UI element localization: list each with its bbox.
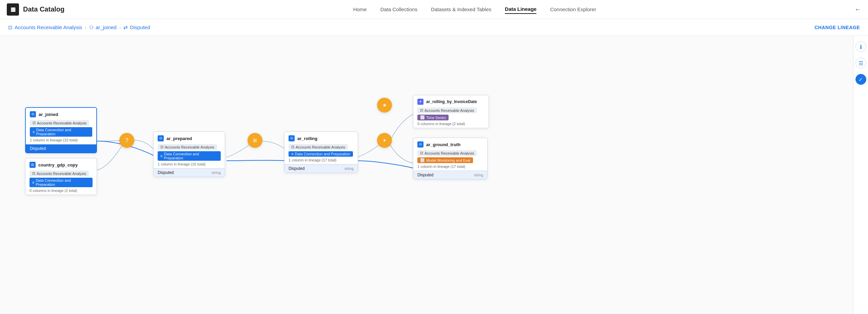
app-title: Data Catalog xyxy=(23,5,64,13)
star-top-icon: ★ xyxy=(382,102,387,108)
nav-home[interactable]: Home xyxy=(353,5,367,14)
change-lineage-button[interactable]: CHANGE LINEAGE xyxy=(814,25,860,30)
node-ar-prepared-icon: ⚇ xyxy=(158,135,164,141)
nav-datasets[interactable]: Datasets & Indexed Tables xyxy=(431,5,491,14)
badge-icon-3: ⊡ xyxy=(32,171,35,176)
badge-icon-12: ⬜ xyxy=(420,158,425,162)
node-country-gdp-badge-1: ⊡ Accounts Receivable Analysis xyxy=(29,171,89,176)
node-country-gdp-title: country_gdp_copy xyxy=(38,162,78,168)
node-country-gdp-meta: 0 columns in lineage (2 total) xyxy=(25,188,97,195)
node-country-gdp-icon: ⊡ xyxy=(29,162,36,168)
logo-icon: ▦ xyxy=(7,3,19,16)
badge-icon-8: ≡ xyxy=(291,152,293,156)
node-ar-rolling-badge-1: ⊡ Accounts Receivable Analysis xyxy=(289,144,348,150)
question-icon: ? xyxy=(125,137,129,144)
node-ar-rolling-meta: 1 column in lineage (17 total) xyxy=(284,157,358,164)
badge-icon-6: ≡ xyxy=(160,154,162,158)
node-ar-joined[interactable]: ⚇ ar_joined ⊡ Accounts Receivable Analys… xyxy=(25,107,97,153)
node-ar-prepared-meta: 1 column in lineage (16 total) xyxy=(154,161,225,168)
breadcrumb-label-2: ar_joined xyxy=(96,24,117,30)
node-ar-prepared-field: Disputed string xyxy=(154,168,225,177)
back-button[interactable]: ← xyxy=(854,5,861,13)
badge-icon-4: ≡ xyxy=(32,180,34,184)
breadcrumb-sep-2: › xyxy=(119,25,121,30)
node-ar-rolling[interactable]: ⚇ ar_rolling ⊡ Accounts Receivable Analy… xyxy=(284,132,358,173)
star-bottom-icon: ✦ xyxy=(382,138,387,143)
node-ar-rolling-by-invoice-badge-1: ⊡ Accounts Receivable Analysis xyxy=(417,107,477,113)
sidebar-info-icon[interactable]: ℹ xyxy=(855,41,866,52)
breadcrumb-ar-joined[interactable]: ⚇ ar_joined xyxy=(89,24,117,31)
connector-star-bottom: ✦ xyxy=(377,133,392,148)
main-nav: Home Data Collections Datasets & Indexed… xyxy=(95,5,854,14)
node-ar-rolling-title: ar_rolling xyxy=(297,136,317,141)
badge-icon-11: ⊡ xyxy=(420,151,423,155)
badge-icon-9: ⊡ xyxy=(420,108,423,113)
node-ar-joined-meta: 1 column in lineage (10 total) xyxy=(26,137,96,144)
node-ar-joined-badge-1: ⊡ Accounts Receivable Analysis xyxy=(30,120,89,126)
barrel-icon: ⊞ xyxy=(253,138,257,143)
node-ar-ground-truth-title: ar_ground_truth xyxy=(426,142,460,147)
node-ar-rolling-header: ⚇ ar_rolling xyxy=(284,132,358,143)
node-ar-rolling-field: Disputed string xyxy=(284,164,358,173)
connector-star-top: ★ xyxy=(377,98,392,113)
node-ar-rolling-by-invoice-header: ✦ ar_rolling_by_InvoiceDate xyxy=(413,95,489,107)
node-ar-rolling-by-invoice-meta: 0 columns in lineage (2 total) xyxy=(413,121,489,128)
breadcrumb-icon-1: ⊡ xyxy=(8,24,13,31)
node-ar-prepared-header: ⚇ ar_prepared xyxy=(154,132,225,143)
node-ar-ground-truth-badge-1: ⊡ Accounts Receivable Analysis xyxy=(417,150,477,156)
breadcrumb-label-1: Accounts Receivable Analysis xyxy=(15,24,82,30)
node-ar-joined-icon: ⚇ xyxy=(30,111,36,117)
sidebar-list-icon[interactable]: ☰ xyxy=(855,58,866,68)
node-country-gdp-header: ⊡ country_gdp_copy xyxy=(25,158,97,170)
right-sidebar: ℹ ☰ ✓ xyxy=(853,36,868,314)
node-ar-ground-truth-header: ⚇ ar_ground_truth xyxy=(413,138,487,150)
node-ar-ground-truth[interactable]: ⚇ ar_ground_truth ⊡ Accounts Receivable … xyxy=(413,138,488,179)
sidebar-check-icon[interactable]: ✓ xyxy=(855,74,866,85)
nav-connection-explorer[interactable]: Connection Explorer xyxy=(550,5,596,14)
node-ar-ground-truth-icon: ⚇ xyxy=(417,141,423,148)
node-ar-rolling-badge-2: ≡ Data Connection and Preparation xyxy=(289,151,353,157)
app-header: ▦ Data Catalog Home Data Collections Dat… xyxy=(0,0,868,19)
node-ar-rolling-by-invoice-title: ar_rolling_by_InvoiceDate xyxy=(426,99,477,104)
badge-icon-5: ⊡ xyxy=(160,145,163,149)
node-ar-rolling-by-invoice-badge-2: ⬜ Time Series xyxy=(417,115,449,120)
breadcrumb-accounts-receivable[interactable]: ⊡ Accounts Receivable Analysis xyxy=(8,24,82,31)
breadcrumb-disputed[interactable]: ⇄ Disputed xyxy=(123,24,150,31)
node-ar-ground-truth-field: Disputed string xyxy=(413,171,487,179)
breadcrumb: ⊡ Accounts Receivable Analysis › ⚇ ar_jo… xyxy=(0,19,868,36)
header-right: ← xyxy=(854,5,861,13)
node-ar-ground-truth-badge-2: ⬜ Model Monitoring and Eval xyxy=(417,157,473,163)
breadcrumb-icon-2: ⚇ xyxy=(89,24,94,31)
node-country-gdp[interactable]: ⊡ country_gdp_copy ⊡ Accounts Receivable… xyxy=(25,158,97,195)
badge-icon-2: ≡ xyxy=(33,130,35,134)
badge-icon-1: ⊡ xyxy=(33,121,36,125)
node-ar-joined-title: ar_joined xyxy=(39,112,58,117)
node-ar-ground-truth-meta: 1 column in lineage (17 total) xyxy=(413,164,487,171)
breadcrumb-label-3: Disputed xyxy=(130,24,150,30)
node-ar-prepared-title: ar_prepared xyxy=(166,136,192,141)
breadcrumb-sep-1: › xyxy=(85,25,86,30)
app-logo: ▦ Data Catalog xyxy=(7,3,95,16)
node-ar-joined-badge-2: ≡ Data Connection and Preparation xyxy=(30,127,92,137)
node-ar-rolling-by-invoice-icon: ✦ xyxy=(417,99,423,105)
node-ar-prepared-badge-1: ⊡ Accounts Receivable Analysis xyxy=(158,144,217,150)
badge-icon-7: ⊡ xyxy=(291,145,294,149)
nav-data-lineage[interactable]: Data Lineage xyxy=(505,5,536,14)
node-ar-rolling-by-invoice[interactable]: ✦ ar_rolling_by_InvoiceDate ⊡ Accounts R… xyxy=(413,95,489,128)
node-ar-rolling-icon: ⚇ xyxy=(289,135,295,141)
connector-question: ? xyxy=(119,133,134,148)
node-ar-prepared-badge-2: ≡ Data Connection and Preparation xyxy=(158,151,221,161)
node-ar-joined-header: ⚇ ar_joined xyxy=(26,108,96,119)
connector-barrel: ⊞ xyxy=(248,133,262,148)
node-ar-prepared[interactable]: ⚇ ar_prepared ⊡ Accounts Receivable Anal… xyxy=(153,132,225,177)
node-ar-joined-field: Disputed xyxy=(26,144,96,153)
badge-icon-10: ⬜ xyxy=(420,115,425,120)
lineage-canvas: ⚇ ar_joined ⊡ Accounts Receivable Analys… xyxy=(0,36,868,314)
breadcrumb-icon-3: ⇄ xyxy=(123,24,128,31)
node-country-gdp-badge-2: ≡ Data Connection and Preparation xyxy=(29,178,93,187)
nav-data-collections[interactable]: Data Collections xyxy=(380,5,417,14)
